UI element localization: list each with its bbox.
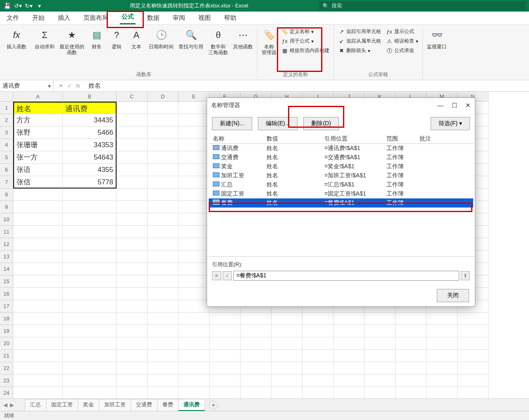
cell[interactable] <box>13 275 63 288</box>
cell[interactable] <box>210 350 241 362</box>
cell[interactable] <box>179 213 210 226</box>
cell[interactable] <box>396 375 427 387</box>
sheet-next-icon[interactable]: ▶ <box>10 402 14 408</box>
cell[interactable] <box>179 226 210 238</box>
evaluate-formula-button[interactable]: ⓕ公式求值 <box>384 46 420 55</box>
cell[interactable] <box>13 189 63 201</box>
row-header[interactable]: 17 <box>0 300 13 313</box>
col-header[interactable]: B <box>63 92 117 102</box>
cell[interactable] <box>117 288 148 300</box>
cell[interactable] <box>117 337 148 350</box>
cell[interactable] <box>148 288 179 300</box>
cell[interactable] <box>365 387 396 399</box>
cell[interactable] <box>13 300 63 313</box>
name-box[interactable]: 通讯费▾ <box>0 80 54 91</box>
cell[interactable] <box>365 337 396 350</box>
insert-function-button[interactable]: fx插入函数 <box>5 26 28 72</box>
cell[interactable] <box>179 164 210 176</box>
sheet-tab-交通费[interactable]: 交通费 <box>131 399 157 411</box>
cell[interactable] <box>13 313 63 325</box>
tab-公式[interactable]: 公式 <box>120 10 136 24</box>
create-from-selection-button[interactable]: ▦根据所选内容创建 <box>280 46 331 55</box>
cell[interactable] <box>179 275 210 288</box>
cell[interactable]: 34353 <box>63 139 117 151</box>
cell[interactable] <box>179 251 210 263</box>
cell[interactable] <box>63 263 117 275</box>
cell[interactable] <box>117 226 148 238</box>
cell[interactable] <box>458 325 488 337</box>
cell[interactable] <box>13 387 63 399</box>
cell[interactable] <box>179 313 210 325</box>
row-header[interactable]: 16 <box>0 288 13 300</box>
cell[interactable] <box>117 263 148 275</box>
undo-icon[interactable]: ↺▾ <box>14 2 21 10</box>
text-button[interactable]: A文本 <box>127 26 145 70</box>
cell[interactable] <box>117 213 148 226</box>
cell[interactable] <box>427 325 458 337</box>
cell[interactable] <box>427 375 458 387</box>
cell[interactable] <box>334 362 365 375</box>
cell[interactable]: 张珊珊 <box>13 139 63 151</box>
search-box[interactable]: 🔍 搜索 <box>319 1 526 10</box>
cell[interactable] <box>63 213 117 226</box>
cell[interactable] <box>63 325 117 337</box>
row-header[interactable]: 9 <box>0 201 13 213</box>
cell[interactable] <box>303 313 334 325</box>
cell[interactable] <box>179 325 210 337</box>
ref-confirm-icon[interactable]: ✓ <box>223 271 232 280</box>
cell[interactable] <box>148 337 179 350</box>
datetime-button[interactable]: 🕒日期和时间 <box>147 26 175 70</box>
col-header[interactable]: A <box>13 92 63 102</box>
cell[interactable] <box>365 325 396 337</box>
confirm-icon[interactable]: ✓ <box>67 83 72 89</box>
sheet-tab-加班工资[interactable]: 加班工资 <box>99 399 131 411</box>
cell[interactable]: 通讯费 <box>63 102 117 114</box>
cell[interactable]: 4355 <box>63 164 117 176</box>
cell[interactable] <box>396 362 427 375</box>
row-header[interactable]: 5 <box>0 151 13 164</box>
cell[interactable] <box>117 375 148 387</box>
cell[interactable] <box>13 362 63 375</box>
cell[interactable]: 54643 <box>63 151 117 164</box>
row-header[interactable]: 11 <box>0 226 13 238</box>
tab-文件[interactable]: 文件 <box>5 12 21 24</box>
autosum-button[interactable]: Σ自动求和 <box>33 26 56 70</box>
cell[interactable] <box>13 337 63 350</box>
cell[interactable]: 姓名 <box>13 102 63 114</box>
row-header[interactable]: 10 <box>0 213 13 226</box>
cell[interactable] <box>148 151 179 164</box>
cell[interactable] <box>63 238 117 251</box>
cell[interactable] <box>272 337 303 350</box>
cell[interactable] <box>148 350 179 362</box>
cell[interactable] <box>148 201 179 213</box>
cell[interactable] <box>241 350 272 362</box>
cancel-icon[interactable]: ✕ <box>59 83 63 89</box>
cell[interactable]: 张信 <box>13 176 63 189</box>
cell[interactable] <box>63 362 117 375</box>
cell[interactable] <box>117 362 148 375</box>
row-header[interactable]: 22 <box>0 362 13 375</box>
row-header[interactable]: 18 <box>0 313 13 325</box>
cell[interactable] <box>272 375 303 387</box>
cell[interactable] <box>303 362 334 375</box>
lookup-button[interactable]: 🔍查找与引用 <box>177 26 205 70</box>
row-header[interactable]: 8 <box>0 189 13 201</box>
sheet-tab-固定工资[interactable]: 固定工资 <box>46 399 78 411</box>
row-header[interactable]: 13 <box>0 251 13 263</box>
row-header[interactable]: 20 <box>0 337 13 350</box>
cell[interactable] <box>427 362 458 375</box>
cell[interactable] <box>148 238 179 251</box>
sheet-tab-汇总[interactable]: 汇总 <box>25 399 46 411</box>
cell[interactable] <box>117 350 148 362</box>
cell[interactable]: 34435 <box>63 114 117 126</box>
redo-icon[interactable]: ↻▾ <box>25 2 32 10</box>
cell[interactable] <box>241 375 272 387</box>
cell[interactable] <box>241 325 272 337</box>
cell[interactable] <box>210 362 241 375</box>
cell[interactable] <box>63 337 117 350</box>
cell[interactable] <box>179 263 210 275</box>
qat-dropdown-icon[interactable]: ▾ <box>36 2 43 10</box>
cell[interactable] <box>396 313 427 325</box>
cell[interactable] <box>365 313 396 325</box>
sheet-tab-餐费[interactable]: 餐费 <box>157 399 179 411</box>
